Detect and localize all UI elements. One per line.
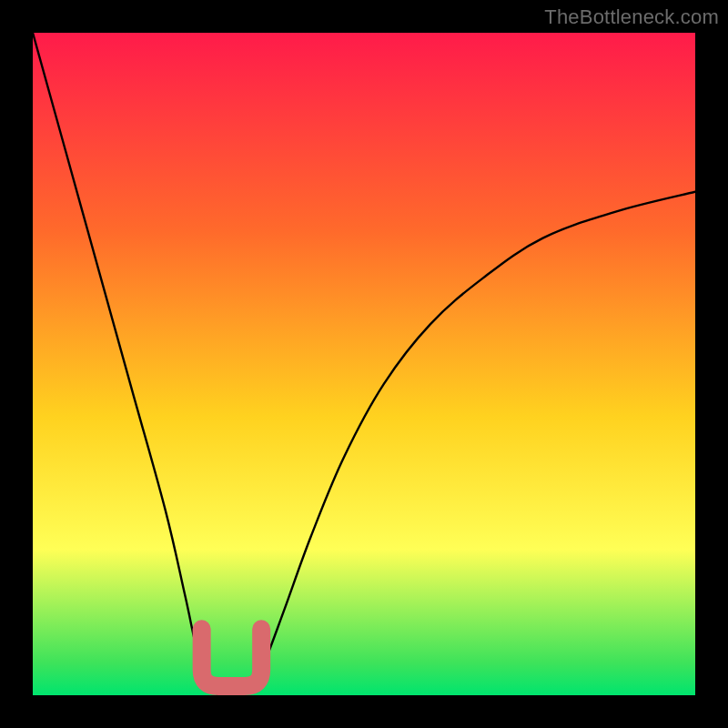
watermark-text: TheBottleneck.com bbox=[544, 5, 719, 29]
min-region-marker bbox=[202, 629, 262, 686]
plot-area bbox=[33, 33, 695, 695]
chart-svg bbox=[33, 33, 695, 695]
outer-frame: TheBottleneck.com bbox=[0, 0, 728, 728]
bottleneck-curve bbox=[33, 33, 695, 695]
